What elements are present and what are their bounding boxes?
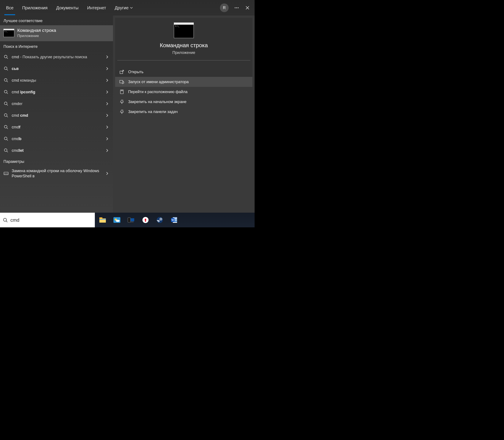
web-result-label: cmd команды [12, 78, 104, 83]
svg-line-16 [7, 128, 8, 129]
svg-point-5 [4, 67, 7, 70]
svg-rect-30 [99, 219, 106, 220]
svg-line-12 [7, 104, 8, 105]
taskbar-search-input[interactable] [10, 217, 92, 223]
pin-taskbar-icon [120, 109, 124, 114]
taskbar-icon-explorer[interactable] [99, 216, 107, 224]
search-icon [3, 148, 9, 153]
svg-line-6 [7, 69, 8, 70]
web-result-label: cmdb [12, 136, 104, 141]
tab-other[interactable]: Другие [110, 0, 137, 15]
svg-line-10 [7, 93, 8, 94]
tab-all[interactable]: Все [2, 0, 18, 15]
web-result-item[interactable]: cmdb [0, 133, 113, 145]
tab-apps[interactable]: Приложения [18, 0, 52, 15]
chevron-right-icon [104, 67, 110, 70]
search-icon [3, 136, 9, 141]
svg-point-17 [4, 137, 7, 140]
web-result-label: cmder [12, 101, 104, 106]
web-result-item[interactable]: сьв [0, 63, 113, 74]
chevron-right-icon [104, 137, 110, 140]
action-label: Закрепить на панели задач [128, 110, 178, 114]
svg-point-11 [4, 102, 7, 105]
settings-item-label: Замена командной строки на оболочку Wind… [12, 168, 104, 179]
action-runas[interactable]: Запуск от имени администратора [115, 77, 252, 87]
action-pin-taskbar[interactable]: Закрепить на панели задач [115, 107, 252, 117]
preview-column: Командная строка Приложение ОткрытьЗапус… [113, 15, 255, 213]
action-open[interactable]: Открыть [115, 67, 252, 77]
web-result-item[interactable]: cmder [0, 98, 113, 110]
svg-line-18 [7, 139, 8, 140]
web-result-label: cmd - Показать другие результаты поиска [12, 54, 104, 60]
chevron-right-icon [104, 55, 110, 59]
search-icon [3, 66, 9, 71]
best-match-item[interactable]: Командная строка Приложение [0, 25, 113, 41]
svg-point-3 [4, 55, 7, 58]
svg-line-20 [7, 151, 8, 152]
settings-item[interactable]: Замена командной строки на оболочку Wind… [0, 166, 113, 181]
web-result-item[interactable]: cmd cmd [0, 110, 113, 121]
svg-line-4 [7, 58, 8, 59]
web-result-item[interactable]: cmd ipconfig [0, 86, 113, 98]
close-icon [245, 6, 250, 10]
more-icon [234, 7, 239, 8]
search-icon [3, 218, 8, 223]
chevron-right-icon [104, 149, 110, 152]
svg-point-40 [160, 219, 161, 220]
action-label: Запуск от имени администратора [128, 80, 189, 84]
svg-point-2 [238, 7, 239, 8]
svg-point-9 [4, 90, 7, 93]
chevron-right-icon [104, 90, 110, 94]
web-result-label: cmd ipconfig [12, 89, 104, 95]
tab-internet[interactable]: Интернет [83, 0, 110, 15]
preview-app-icon [174, 23, 194, 38]
search-icon [3, 89, 9, 95]
action-pin-start[interactable]: Закрепить на начальном экране [115, 97, 252, 107]
web-result-item[interactable]: cmd - Показать другие результаты поиска [0, 51, 113, 63]
cmd-app-icon [3, 29, 14, 37]
chevron-right-icon [104, 125, 110, 129]
best-match-subtitle: Приложение [17, 34, 56, 38]
results-column: Лучшее соответствие Командная строка При… [0, 15, 113, 213]
svg-point-0 [235, 7, 235, 8]
taskbar: W [0, 213, 255, 227]
section-settings: Параметры [0, 156, 113, 166]
taskbar-icon-yourphone[interactable] [127, 216, 135, 224]
web-result-item[interactable]: cmdlet [0, 145, 113, 156]
windows-search-panel: Все Приложения Документы Интернет Другие… [0, 0, 255, 213]
best-match-title: Командная строка [17, 28, 56, 33]
svg-rect-36 [131, 222, 134, 222]
web-result-label: сьв [12, 66, 104, 71]
web-result-label: cmdlet [12, 148, 104, 153]
web-result-item[interactable]: cmdf [0, 121, 113, 133]
open-icon [120, 69, 124, 74]
runas-icon [120, 80, 124, 84]
svg-point-15 [4, 125, 7, 128]
section-best-match: Лучшее соответствие [0, 15, 113, 25]
svg-point-13 [4, 114, 7, 116]
svg-line-8 [7, 81, 8, 82]
svg-point-7 [4, 79, 7, 82]
action-label: Перейти к расположению файла [128, 90, 188, 94]
close-button[interactable] [242, 2, 253, 13]
more-button[interactable] [231, 2, 242, 13]
action-location[interactable]: Перейти к расположению файла [115, 87, 252, 97]
svg-point-26 [3, 218, 6, 221]
web-result-label: cmdf [12, 124, 104, 130]
search-icon [3, 78, 9, 83]
tab-docs[interactable]: Документы [52, 0, 83, 15]
svg-rect-21 [4, 172, 8, 175]
taskbar-icon-yandex[interactable] [142, 216, 149, 224]
web-result-item[interactable]: cmd команды [0, 74, 113, 86]
preview-card: Командная строка Приложение [115, 18, 252, 67]
taskbar-icon-word[interactable]: W [170, 216, 178, 224]
search-icon [3, 124, 9, 130]
taskbar-search-box[interactable] [0, 213, 95, 227]
search-icon [3, 113, 9, 118]
section-web-search: Поиск в Интернете [0, 41, 113, 51]
taskbar-icon-steam[interactable] [156, 216, 164, 224]
taskbar-icon-weather[interactable] [113, 216, 121, 224]
svg-rect-29 [99, 217, 102, 219]
user-avatar[interactable]: R [220, 3, 229, 12]
svg-rect-35 [128, 218, 131, 222]
